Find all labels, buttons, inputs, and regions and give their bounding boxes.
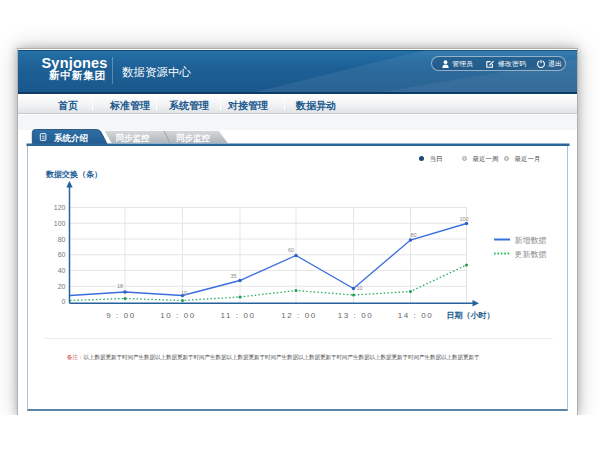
svg-text:9 : 00: 9 : 00 — [106, 311, 136, 320]
svg-text:0: 0 — [62, 298, 66, 305]
svg-text:10: 10 — [181, 290, 187, 296]
svg-text:11 : 00: 11 : 00 — [220, 311, 255, 320]
svg-text:14 : 00: 14 : 00 — [398, 311, 434, 320]
svg-text:40: 40 — [58, 267, 66, 274]
svg-text:10 : 00: 10 : 00 — [160, 311, 196, 320]
svg-text:60: 60 — [288, 247, 294, 253]
svg-text:120: 120 — [54, 204, 66, 211]
svg-text:35: 35 — [230, 273, 236, 279]
svg-text:12 : 00: 12 : 00 — [281, 311, 317, 320]
svg-text:80: 80 — [410, 232, 416, 238]
svg-text:日期（小时）: 日期（小时） — [447, 311, 495, 320]
svg-text:100: 100 — [459, 216, 468, 222]
svg-text:20: 20 — [58, 283, 66, 290]
svg-text:100: 100 — [54, 220, 66, 227]
svg-text:80: 80 — [58, 236, 66, 243]
svg-text:新增数据: 新增数据 — [515, 236, 547, 245]
svg-text:更新数据: 更新数据 — [515, 250, 547, 259]
svg-text:13 : 00: 13 : 00 — [338, 311, 374, 320]
svg-text:18: 18 — [117, 283, 123, 289]
svg-text:10: 10 — [357, 285, 363, 291]
svg-text:60: 60 — [58, 251, 66, 258]
